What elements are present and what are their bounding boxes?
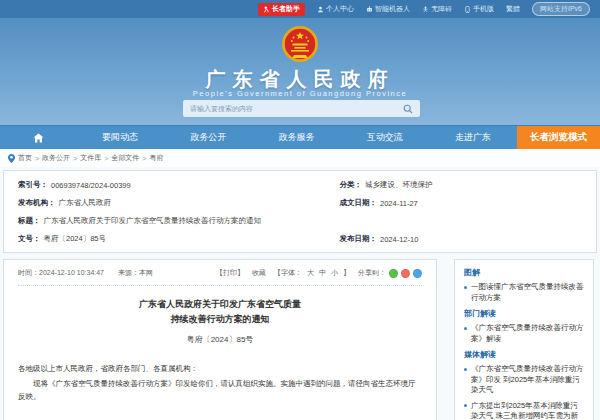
meta-category: 分类： 城乡建设、环境保护 bbox=[339, 176, 582, 194]
bullet-icon bbox=[464, 368, 467, 371]
topbar-accessibility[interactable]: 无障碍 bbox=[422, 4, 452, 14]
article-panel: 时间：2024-12-10 10:34:47 来源：本网 【打印】 收藏 【字体… bbox=[3, 259, 437, 420]
person-icon bbox=[317, 6, 324, 13]
breadcrumb-separator: > bbox=[73, 155, 77, 162]
bullet-icon bbox=[464, 286, 467, 289]
document-meta-table: 索引号： 006939748/2024-00399 分类： 城乡建设、环境保护 … bbox=[3, 170, 597, 253]
sidebar-link-label: 《广东省空气质量持续改善行动方案》印发 到2025年基本消除重污染天气 bbox=[471, 364, 584, 396]
article-doc-number: 粤府〔2024〕85号 bbox=[18, 334, 422, 345]
topbar-mobile-label: 手机版 bbox=[473, 4, 494, 14]
elder-helper-label: 长者助手 bbox=[272, 4, 300, 14]
sidebar-link[interactable]: 一图读懂广东省空气质量持续改善行动方案 bbox=[464, 282, 584, 303]
elder-mode-button[interactable]: 长者浏览模式 bbox=[517, 126, 600, 149]
nav-item-news[interactable]: 要闻动态 bbox=[76, 126, 164, 149]
national-emblem bbox=[279, 24, 321, 66]
home-icon bbox=[33, 133, 44, 143]
site-subtitle: People's Government of Guangdong Provinc… bbox=[0, 89, 600, 98]
ipv6-badge: 网站支持IPv6 bbox=[532, 2, 590, 16]
elder-helper-icon bbox=[263, 6, 270, 13]
topbar-mobile[interactable]: 手机版 bbox=[464, 4, 494, 14]
location-pin-icon bbox=[8, 154, 15, 163]
article-title-line2: 持续改善行动方案的通知 bbox=[18, 312, 422, 327]
sidebar-link-label: 《广东省空气质量持续改善行动方案》解读 bbox=[471, 323, 584, 344]
breadcrumb-separator: > bbox=[104, 155, 108, 162]
topbar-profile-label: 个人中心 bbox=[326, 4, 354, 14]
font-size-prefix: 【字体： bbox=[274, 268, 302, 278]
share-weibo-icon[interactable] bbox=[401, 269, 410, 278]
nav-item-about-guangdong[interactable]: 走进广东 bbox=[429, 126, 517, 149]
meta-agency-value: 广东省人民政府 bbox=[59, 198, 112, 208]
breadcrumb: 首页 > 政务公开 > 文件库 > 全部文件 > 粤府 bbox=[0, 149, 600, 167]
sidebar-link[interactable]: 《广东省空气质量持续改善行动方案》印发 到2025年基本消除重污染天气 bbox=[464, 364, 584, 396]
sidebar-link[interactable]: 《广东省空气质量持续改善行动方案》解读 bbox=[464, 323, 584, 344]
meta-index-value: 006939748/2024-00399 bbox=[51, 181, 131, 190]
topbar-robot-label: 智能机器人 bbox=[375, 4, 410, 14]
meta-doc-no: 文号： 粤府〔2024〕85号 bbox=[18, 230, 339, 248]
share-controls: 分享到： bbox=[358, 268, 422, 278]
top-utility-bar: 长者助手 个人中心 智能机器人 无障碍 手机版 繁體 网站支持IPv6 bbox=[0, 0, 600, 18]
favorite-button[interactable]: 收藏 bbox=[252, 268, 266, 278]
breadcrumb-disclosure[interactable]: 政务公开 bbox=[42, 153, 70, 163]
topbar-traditional-label: 繁體 bbox=[506, 4, 520, 14]
meta-index-label: 索引号： bbox=[18, 180, 48, 190]
article-time: 时间：2024-12-10 10:34:47 bbox=[18, 268, 104, 278]
meta-pub-date: 发布日期： 2024-12-10 bbox=[339, 230, 582, 248]
share-label: 分享到： bbox=[358, 268, 386, 278]
meta-doc-no-value: 粤府〔2024〕85号 bbox=[44, 234, 107, 244]
article-salutation: 各地级以上市人民政府，省政府各部门、各直属机构： bbox=[18, 362, 422, 375]
meta-agency: 发布机构： 广东省人民政府 bbox=[18, 194, 339, 212]
sidebar-link[interactable]: 广东提出到2025年基本消除重污染天气 珠三角新增网约车需为新能源汽车 bbox=[464, 401, 584, 420]
bullet-icon bbox=[464, 404, 467, 407]
article-paragraph: 现将《广东省空气质量持续改善行动方案》印发给你们，请认真组织实施。实施中遇到的问… bbox=[18, 377, 422, 403]
breadcrumb-separator: > bbox=[142, 155, 146, 162]
meta-title-value: 广东省人民政府关于印发广东省空气质量持续改善行动方案的通知 bbox=[44, 216, 262, 226]
search-input[interactable] bbox=[190, 105, 403, 112]
topbar-robot[interactable]: 智能机器人 bbox=[366, 4, 410, 14]
nav-home[interactable] bbox=[0, 126, 76, 149]
sidebar-heading-media: 媒体解读 bbox=[464, 349, 584, 360]
breadcrumb-current: 粤府 bbox=[149, 153, 163, 163]
robot-icon bbox=[366, 6, 373, 13]
elder-helper-button[interactable]: 长者助手 bbox=[258, 3, 305, 16]
share-qq-icon[interactable] bbox=[413, 269, 422, 278]
accessibility-icon bbox=[422, 6, 429, 13]
bullet-icon bbox=[464, 327, 467, 330]
nav-item-disclosure[interactable]: 政务公开 bbox=[164, 126, 252, 149]
meta-pub-date-label: 发布日期： bbox=[339, 234, 377, 244]
article-title-line1: 广东省人民政府关于印发广东省空气质量 bbox=[18, 297, 422, 312]
nav-item-services[interactable]: 政务服务 bbox=[252, 126, 340, 149]
meta-doc-no-label: 文号： bbox=[18, 234, 41, 244]
breadcrumb-separator: > bbox=[35, 155, 39, 162]
meta-title-label: 标题： bbox=[18, 216, 41, 226]
share-wechat-icon[interactable] bbox=[389, 269, 398, 278]
font-size-small[interactable]: 小 bbox=[331, 268, 338, 278]
main-nav: 要闻动态 政务公开 政务服务 互动交流 走进广东 长者浏览模式 bbox=[0, 125, 600, 149]
print-button[interactable]: 【打印】 bbox=[216, 268, 244, 278]
meta-index-no: 索引号： 006939748/2024-00399 bbox=[18, 176, 339, 194]
meta-category-value: 城乡建设、环境保护 bbox=[365, 180, 433, 190]
meta-written-date-label: 成文日期： bbox=[339, 198, 377, 208]
article-source: 来源：本网 bbox=[118, 268, 153, 278]
topbar-accessibility-label: 无障碍 bbox=[431, 4, 452, 14]
meta-category-label: 分类： bbox=[339, 180, 362, 190]
article-toolbar: 时间：2024-12-10 10:34:47 来源：本网 【打印】 收藏 【字体… bbox=[18, 268, 422, 286]
topbar-profile[interactable]: 个人中心 bbox=[317, 4, 354, 14]
meta-title: 标题： 广东省人民政府关于印发广东省空气质量持续改善行动方案的通知 bbox=[18, 212, 582, 230]
article-title: 广东省人民政府关于印发广东省空气质量 持续改善行动方案的通知 bbox=[18, 297, 422, 327]
font-size-large[interactable]: 大 bbox=[307, 268, 314, 278]
breadcrumb-all-files[interactable]: 全部文件 bbox=[111, 153, 139, 163]
sidebar-link-label: 广东提出到2025年基本消除重污染天气 珠三角新增网约车需为新能源汽车 bbox=[471, 401, 584, 420]
meta-written-date-value: 2024-11-27 bbox=[380, 199, 418, 208]
font-size-medium[interactable]: 中 bbox=[319, 268, 326, 278]
breadcrumb-library[interactable]: 文件库 bbox=[80, 153, 101, 163]
meta-pub-date-value: 2024-12-10 bbox=[380, 235, 418, 244]
nav-item-interaction[interactable]: 互动交流 bbox=[341, 126, 429, 149]
topbar-traditional[interactable]: 繁體 bbox=[506, 4, 520, 14]
sidebar-link-label: 一图读懂广东省空气质量持续改善行动方案 bbox=[471, 282, 584, 303]
search-icon[interactable] bbox=[403, 104, 413, 114]
sidebar-heading-infographic: 图解 bbox=[464, 267, 584, 278]
font-size-suffix: 】 bbox=[343, 268, 350, 278]
related-reading-sidebar: 图解 一图读懂广东省空气质量持续改善行动方案 部门解读 《广东省空气质量持续改善… bbox=[454, 259, 594, 420]
search-bar[interactable] bbox=[183, 100, 420, 117]
breadcrumb-home[interactable]: 首页 bbox=[18, 153, 32, 163]
